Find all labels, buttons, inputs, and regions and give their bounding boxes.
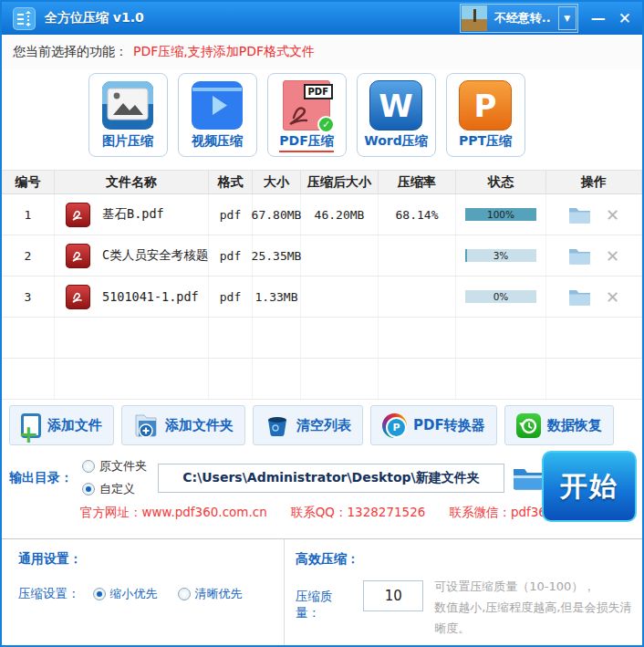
- add-folder-button[interactable]: 添加文件夹: [121, 405, 245, 445]
- quality-hint: 可设置压缩质量（10-100）， 数值越小,压缩程度越高,但是会损失清晰度。: [434, 577, 642, 639]
- file-name: 5101041-1.pdf: [102, 289, 199, 304]
- check-badge-icon: ✓: [317, 116, 335, 133]
- ad-thumbnail-image[interactable]: [462, 5, 487, 31]
- ppt-compress-icon: P: [459, 80, 512, 130]
- contact-wechat: 联系微信：pdf360: [449, 505, 554, 521]
- action-buttons: + 添加文件 添加文件夹 清空列表 PDF转换器 数据恢复: [2, 400, 642, 445]
- mode-label: PDF压缩: [279, 133, 333, 152]
- add-folder-icon: [133, 413, 159, 438]
- output-section: 输出目录： 原文件夹 自定义 官方网址：www.pdf360.com.cn 联系…: [2, 449, 642, 529]
- close-button[interactable]: ✕: [618, 11, 631, 26]
- output-dir-label: 输出目录：: [9, 470, 73, 486]
- mode-pdf-compress[interactable]: PDF ✓ PDF压缩: [267, 73, 347, 157]
- pdf-compress-icon: PDF ✓: [283, 80, 330, 130]
- output-path-input[interactable]: [158, 464, 504, 493]
- data-recovery-button[interactable]: 数据恢复: [504, 405, 614, 445]
- open-folder-icon[interactable]: [568, 246, 591, 265]
- clear-list-button[interactable]: 清空列表: [253, 405, 363, 445]
- col-header: 大小: [253, 171, 301, 193]
- contact-qq: 联系QQ：1328271526: [291, 505, 426, 521]
- progress-label: 0%: [465, 290, 536, 303]
- start-button[interactable]: 开始: [542, 451, 637, 522]
- chevron-down-icon[interactable]: ▼: [558, 6, 576, 30]
- browse-folder-icon[interactable]: [512, 465, 545, 491]
- word-compress-icon: W: [369, 80, 422, 130]
- remove-file-icon[interactable]: ✕: [606, 287, 619, 307]
- remove-file-icon[interactable]: ✕: [606, 205, 619, 224]
- mode-video-compress[interactable]: 视频压缩: [178, 73, 257, 157]
- col-header: 压缩率: [379, 171, 456, 193]
- action-label: 添加文件: [47, 417, 102, 434]
- pdf-file-icon: [66, 244, 90, 268]
- settings-panel: 通用设置： 压缩设置： 缩小优先 清晰优先 高效压缩： 压缩质量： 可设置压缩质…: [2, 538, 642, 647]
- radio-size-priority[interactable]: 缩小优先: [93, 586, 158, 602]
- titlebar: 全方位压缩 v1.0 不经意转.. ▼ — ✕: [2, 2, 642, 35]
- radio-label: 原文件夹: [99, 458, 147, 475]
- file-table: 编号 文件名称 格式 大小 压缩后大小 压缩率 状态 操作 1 基石B.pdf …: [2, 170, 642, 400]
- current-function-bar: 您当前选择的功能： PDF压缩,支持添加PDF格式文件: [2, 35, 642, 69]
- table-row[interactable]: 3 5101041-1.pdf pdf 1.33MB 0% ✕: [2, 277, 642, 318]
- table-empty-row: [2, 359, 642, 400]
- file-size: 67.80MB: [253, 194, 301, 235]
- progress-label: 100%: [465, 208, 536, 221]
- mode-label: 图片压缩: [102, 133, 153, 150]
- col-header: 操作: [546, 171, 642, 193]
- compress-setting-label: 压缩设置：: [18, 586, 80, 602]
- mode-buttons: 图片压缩 视频压缩 PDF ✓ PDF压缩 W Word压缩 P PPT压缩: [0, 69, 627, 164]
- pdf-converter-button[interactable]: PDF转换器: [370, 405, 497, 445]
- current-function-label: 您当前选择的功能：: [13, 44, 128, 60]
- radio-clarity-priority[interactable]: 清晰优先: [178, 586, 243, 602]
- col-header: 状态: [456, 171, 546, 193]
- file-ratio: 68.14%: [379, 194, 456, 235]
- mode-label: 视频压缩: [192, 133, 243, 150]
- clear-list-icon: [265, 413, 290, 438]
- official-site-link[interactable]: 官方网址：www.pdf360.com.cn: [80, 505, 267, 521]
- file-format: pdf: [209, 277, 253, 317]
- row-number: 1: [2, 194, 55, 235]
- radio-icon: [82, 483, 95, 496]
- minimize-button[interactable]: —: [591, 11, 606, 26]
- radio-original-folder[interactable]: 原文件夹: [82, 458, 147, 475]
- file-size: 25.35MB: [253, 235, 301, 276]
- quality-input[interactable]: [363, 580, 423, 611]
- file-format: pdf: [209, 235, 253, 276]
- file-ratio: [379, 235, 456, 276]
- pdf-file-icon: [66, 285, 90, 309]
- quality-label: 压缩质量：: [296, 589, 350, 621]
- data-recovery-icon: [516, 413, 541, 438]
- mode-label: PPT压缩: [459, 133, 512, 150]
- mode-word-compress[interactable]: W Word压缩: [357, 73, 436, 157]
- progress-label: 3%: [465, 249, 536, 262]
- ad-banner[interactable]: 不经意转.. ▼: [460, 4, 578, 33]
- ad-label[interactable]: 不经意转..: [494, 10, 551, 26]
- pdf-converter-icon: [382, 413, 407, 438]
- table-row[interactable]: 1 基石B.pdf pdf 67.80MB 46.20MB 68.14% 100…: [2, 194, 642, 235]
- col-header: 编号: [2, 171, 55, 193]
- general-settings-title: 通用设置：: [18, 551, 284, 568]
- table-header: 编号 文件名称 格式 大小 压缩后大小 压缩率 状态 操作: [2, 171, 642, 194]
- add-file-icon: +: [21, 413, 41, 438]
- radio-label: 自定义: [99, 481, 135, 497]
- file-compressed-size: [301, 235, 379, 276]
- action-label: 数据恢复: [547, 417, 602, 434]
- action-label: PDF转换器: [413, 417, 485, 434]
- remove-file-icon[interactable]: ✕: [606, 246, 619, 266]
- pdf-tag-label: PDF: [304, 84, 333, 99]
- high-efficiency-title: 高效压缩：: [296, 551, 642, 568]
- radio-custom-folder[interactable]: 自定义: [82, 481, 147, 497]
- open-folder-icon[interactable]: [568, 205, 591, 224]
- app-logo-icon: [13, 7, 36, 30]
- table-empty-row: [2, 318, 642, 359]
- file-compressed-size: [301, 277, 379, 317]
- mode-image-compress[interactable]: 图片压缩: [88, 73, 168, 157]
- mode-ppt-compress[interactable]: P PPT压缩: [446, 73, 525, 157]
- file-ratio: [379, 277, 456, 317]
- open-folder-icon[interactable]: [568, 287, 591, 306]
- action-label: 添加文件夹: [165, 417, 234, 434]
- mode-label: Word压缩: [364, 133, 428, 150]
- file-name: C类人员安全考核题库（2: [102, 247, 208, 264]
- file-size: 1.33MB: [253, 277, 301, 317]
- image-compress-icon: [101, 80, 154, 130]
- table-row[interactable]: 2 C类人员安全考核题库（2 pdf 25.35MB 3% ✕: [2, 235, 642, 277]
- add-file-button[interactable]: + 添加文件: [9, 405, 114, 445]
